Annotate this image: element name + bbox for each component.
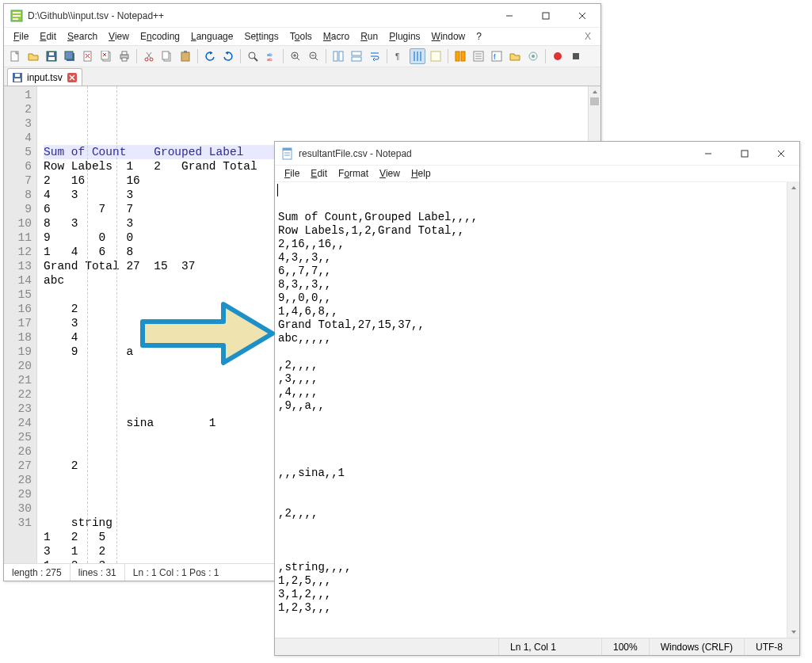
toolbar: abab ¶ f xyxy=(4,45,600,67)
status-zoom: 100% xyxy=(601,638,649,655)
app-icon xyxy=(10,10,23,22)
sync-v-icon[interactable] xyxy=(330,48,346,64)
indent-guide-icon[interactable] xyxy=(410,48,425,64)
open-file-icon[interactable] xyxy=(25,48,41,64)
menu-help[interactable]: Help xyxy=(406,166,436,181)
svg-text:ab: ab xyxy=(267,57,273,62)
doc-list-icon[interactable] xyxy=(471,48,486,64)
close-button[interactable] xyxy=(564,4,600,28)
redo-icon[interactable] xyxy=(220,48,236,64)
svg-rect-66 xyxy=(15,74,20,77)
status-lines: lines : 31 xyxy=(71,564,125,581)
scroll-up-icon[interactable] xyxy=(787,182,799,193)
record-macro-icon[interactable] xyxy=(550,48,566,64)
svg-rect-70 xyxy=(283,148,292,151)
find-icon[interactable] xyxy=(245,48,261,64)
menu-view[interactable]: View xyxy=(104,29,134,44)
wrap-icon[interactable] xyxy=(367,48,383,64)
notepad-window: resultantFile.csv - Notepad File Edit Fo… xyxy=(274,141,800,656)
lang-ud-icon[interactable] xyxy=(428,48,444,64)
monitor-icon[interactable] xyxy=(525,48,541,64)
maximize-button[interactable] xyxy=(528,4,564,28)
maximize-button[interactable] xyxy=(726,142,763,166)
menu-file[interactable]: File xyxy=(9,29,33,44)
scroll-thumb[interactable] xyxy=(590,97,599,105)
svg-rect-74 xyxy=(741,151,748,157)
copy-icon[interactable] xyxy=(159,48,175,64)
menu-run[interactable]: Run xyxy=(356,29,383,44)
close-button[interactable] xyxy=(763,142,799,166)
scroll-down-icon[interactable] xyxy=(787,627,799,638)
svg-rect-30 xyxy=(181,52,189,61)
svg-rect-23 xyxy=(122,58,127,61)
menu-tools[interactable]: Tools xyxy=(285,29,317,44)
tab-label: input.tsv xyxy=(27,72,63,83)
save-state-icon xyxy=(13,73,22,82)
svg-line-27 xyxy=(147,52,151,58)
zoom-in-icon[interactable] xyxy=(288,48,303,64)
menu-window[interactable]: Window xyxy=(427,29,471,44)
menu-encoding[interactable]: Encoding xyxy=(135,29,185,44)
menu-search[interactable]: Search xyxy=(63,29,102,44)
app-icon xyxy=(281,147,294,160)
svg-rect-3 xyxy=(13,18,18,20)
close-file-icon[interactable] xyxy=(80,48,96,64)
folder-workspace-icon[interactable] xyxy=(507,48,523,64)
svg-rect-1 xyxy=(13,12,21,13)
svg-rect-63 xyxy=(573,53,579,59)
svg-rect-45 xyxy=(352,51,361,55)
scroll-up-icon[interactable] xyxy=(589,86,600,97)
svg-point-32 xyxy=(249,52,255,59)
menubar: File Edit Search View Encoding Language … xyxy=(4,28,600,45)
save-icon[interactable] xyxy=(44,48,59,64)
svg-rect-53 xyxy=(461,51,465,61)
print-icon[interactable] xyxy=(116,48,132,64)
window-title: resultantFile.csv - Notepad xyxy=(299,148,412,159)
tab-input-tsv[interactable]: input.tsv xyxy=(7,68,82,86)
text-area[interactable]: Sum of Count,Grouped Label,,,, Row Label… xyxy=(275,181,799,638)
svg-line-33 xyxy=(254,58,257,61)
menubar-close-icon[interactable]: X xyxy=(580,31,596,42)
func-list-icon[interactable]: f xyxy=(489,48,505,64)
stop-macro-icon[interactable] xyxy=(568,48,584,64)
status-encoding: UTF-8 xyxy=(744,638,799,655)
menu-format[interactable]: Format xyxy=(334,166,373,181)
menu-edit[interactable]: Edit xyxy=(35,29,61,44)
doc-map-icon[interactable] xyxy=(452,48,468,64)
svg-rect-51 xyxy=(431,51,440,61)
svg-text:¶: ¶ xyxy=(395,52,399,61)
svg-rect-29 xyxy=(162,51,169,59)
statusbar: Ln 1, Col 1 100% Windows (CRLF) UTF-8 xyxy=(275,638,799,655)
menu-language[interactable]: Language xyxy=(186,29,238,44)
close-all-icon[interactable] xyxy=(98,48,114,64)
replace-icon[interactable]: abab xyxy=(263,48,279,64)
status-length: length : 275 xyxy=(4,564,71,581)
new-file-icon[interactable] xyxy=(7,48,23,64)
show-all-chars-icon[interactable]: ¶ xyxy=(391,48,407,64)
menu-plugins[interactable]: Plugins xyxy=(384,29,425,44)
menu-macro[interactable]: Macro xyxy=(318,29,354,44)
menu-settings[interactable]: Settings xyxy=(239,29,283,44)
menu-view[interactable]: View xyxy=(375,166,405,181)
menu-file[interactable]: File xyxy=(280,166,304,181)
svg-point-61 xyxy=(532,55,535,58)
svg-rect-43 xyxy=(334,51,337,61)
big-arrow-icon xyxy=(136,299,279,368)
tab-close-icon[interactable] xyxy=(67,73,77,82)
svg-rect-52 xyxy=(456,51,459,61)
zoom-out-icon[interactable] xyxy=(306,48,322,64)
sync-h-icon[interactable] xyxy=(349,48,364,64)
cut-icon[interactable] xyxy=(141,48,157,64)
minimize-button[interactable] xyxy=(690,142,726,166)
menu-help[interactable]: ? xyxy=(471,29,486,44)
save-all-icon[interactable] xyxy=(62,48,78,64)
svg-point-25 xyxy=(150,58,153,61)
svg-rect-65 xyxy=(14,78,21,82)
undo-icon[interactable] xyxy=(202,48,218,64)
titlebar[interactable]: resultantFile.csv - Notepad xyxy=(275,142,799,166)
minimize-button[interactable] xyxy=(491,4,528,28)
paste-icon[interactable] xyxy=(177,48,193,64)
titlebar[interactable]: D:\Github\\input.tsv - Notepad++ xyxy=(4,4,600,28)
menu-edit[interactable]: Edit xyxy=(306,166,332,181)
vertical-scrollbar[interactable] xyxy=(787,182,799,638)
